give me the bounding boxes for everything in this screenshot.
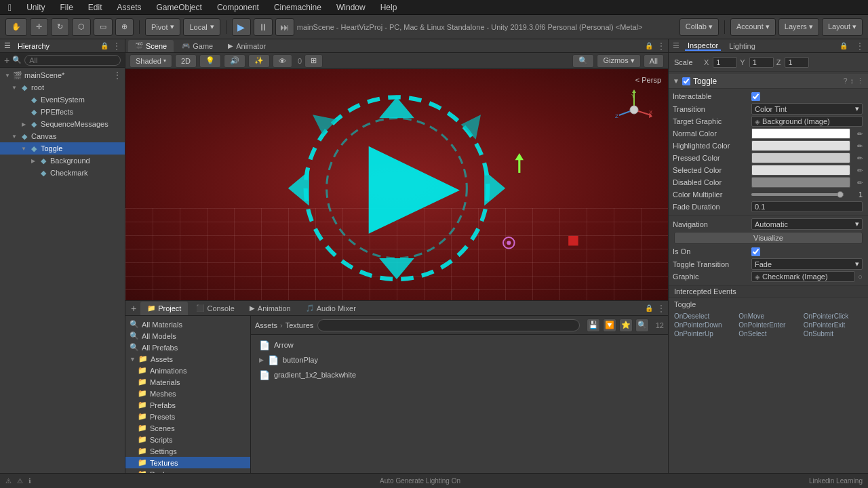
is-on-checkbox[interactable]: [751, 247, 760, 256]
layout-button[interactable]: Layout ▾: [822, 18, 863, 36]
scene-more-icon[interactable]: ⋮: [657, 41, 665, 51]
event-onsubmit[interactable]: OnSubmit: [804, 330, 863, 338]
hierarchy-tab[interactable]: Hierarchy: [15, 42, 52, 50]
event-ondeselect[interactable]: OnDeselect: [674, 312, 733, 320]
menu-assets[interactable]: Assets: [115, 3, 144, 12]
menu-gameobject[interactable]: GameObject: [154, 3, 205, 12]
bottom-tab-console[interactable]: ⬛ Console: [189, 302, 241, 315]
navigation-dropdown[interactable]: Automatic ▾: [751, 218, 863, 230]
breadcrumb-assets[interactable]: Assets: [255, 321, 277, 329]
all-prefabs-item[interactable]: 🔍 All Prefabs: [125, 342, 250, 353]
hand-tool-button[interactable]: ✋: [5, 18, 27, 36]
effects-button[interactable]: ✨: [248, 54, 270, 68]
project-search-input[interactable]: [317, 319, 579, 331]
toggle-component-checkbox[interactable]: [682, 77, 690, 85]
file-item-buttonplay[interactable]: ▶ 📄 buttonPlay: [256, 352, 663, 367]
pressed-color-swatch[interactable]: [751, 152, 850, 163]
pivot-button[interactable]: Pivot ▾: [145, 18, 180, 36]
component-help-icon[interactable]: ?: [843, 77, 847, 85]
prefabs-item[interactable]: 📁 Prefabs: [125, 399, 250, 411]
selected-color-swatch[interactable]: [751, 165, 850, 176]
event-onpointerup[interactable]: OnPointerUp: [674, 330, 733, 338]
menu-component[interactable]: Component: [214, 3, 262, 12]
textures-item[interactable]: 📁 Textures: [125, 457, 250, 468]
play-button[interactable]: ▶: [232, 18, 251, 36]
hierarchy-item-mainscene[interactable]: ▼ 🎬 mainScene* ⋮: [0, 69, 125, 81]
local-button[interactable]: Local ▾: [183, 18, 220, 36]
filter-button[interactable]: 🔽: [603, 319, 616, 332]
hierarchy-more-icon[interactable]: ⋮: [113, 41, 121, 51]
audio-button[interactable]: 🔊: [224, 54, 245, 68]
disabled-color-swatch[interactable]: [751, 177, 850, 188]
presets-item[interactable]: 📁 Presets: [125, 411, 250, 422]
move-tool-button[interactable]: ✛: [30, 18, 48, 36]
scale-x-input[interactable]: [713, 57, 737, 68]
fade-duration-field[interactable]: 0.1: [751, 201, 863, 212]
menu-unity[interactable]: Unity: [24, 3, 47, 12]
toggle-component-header[interactable]: ▼ Toggle ? ↕ ⋮: [669, 74, 868, 89]
lighting-button[interactable]: 💡: [199, 54, 221, 68]
component-more-icon[interactable]: ⋮: [856, 77, 864, 85]
pause-button[interactable]: ⏸: [254, 18, 273, 36]
scene-lock-icon[interactable]: 🔒: [645, 42, 653, 49]
menu-help[interactable]: Help: [378, 3, 400, 12]
scenes-item[interactable]: 📁 Scenes: [125, 422, 250, 434]
rect-tool-button[interactable]: ▭: [94, 18, 113, 36]
file-item-arrow[interactable]: 📄 Arrow: [256, 338, 663, 352]
all-models-item[interactable]: 🔍 All Models: [125, 330, 250, 342]
gizmos-dropdown[interactable]: Gizmos ▾: [597, 54, 640, 68]
collab-button[interactable]: Collab ▾: [679, 18, 719, 36]
hierarchy-item-root[interactable]: ▼ ◆ root: [0, 81, 125, 94]
event-onpointerexit[interactable]: OnPointerExit: [804, 321, 863, 329]
scale-tool-button[interactable]: ⬡: [72, 18, 91, 36]
hide-button[interactable]: 👁: [273, 54, 292, 68]
scale-z-input[interactable]: [785, 57, 809, 68]
hierarchy-item-canvas[interactable]: ▼ ◆ Canvas: [0, 130, 125, 142]
all-tool-button[interactable]: ⊕: [115, 18, 134, 36]
scale-y-input[interactable]: [749, 57, 774, 68]
inspector-tab-lighting[interactable]: Lighting: [726, 42, 758, 50]
toggle-transition-dropdown[interactable]: Fade ▾: [751, 258, 863, 270]
bottom-tab-animation[interactable]: ▶ Animation: [243, 302, 298, 315]
step-button[interactable]: ⏭: [275, 18, 294, 36]
menu-edit[interactable]: Edit: [85, 3, 105, 12]
grid-button[interactable]: ⊞: [304, 54, 323, 68]
menu-file[interactable]: File: [57, 3, 75, 12]
graphic-select-icon[interactable]: ○: [858, 272, 863, 281]
hierarchy-item-background[interactable]: ▶ ◆ Background: [0, 155, 125, 167]
materials-item[interactable]: 📁 Materials: [125, 376, 250, 388]
assets-item[interactable]: ▼ 📁 Assets: [125, 353, 250, 365]
graphic-ref[interactable]: ◈ Checkmark (Image): [751, 271, 855, 282]
highlighted-color-edit-icon[interactable]: ✏: [853, 142, 863, 150]
disabled-color-edit-icon[interactable]: ✏: [853, 179, 863, 186]
account-button[interactable]: Account ▾: [730, 18, 776, 36]
event-onpointerdown[interactable]: OnPointerDown: [674, 321, 733, 329]
packages-item[interactable]: 📁 Packages: [125, 468, 250, 473]
bottom-add-btn[interactable]: +: [128, 303, 139, 314]
rotate-tool-button[interactable]: ↻: [51, 18, 69, 36]
menu-cinemachine[interactable]: Cinemachine: [271, 3, 324, 12]
scene-viewport[interactable]: < Persp Y X: [125, 69, 668, 300]
normal-color-swatch[interactable]: [751, 128, 850, 139]
bottom-more-icon[interactable]: ⋮: [657, 304, 665, 313]
component-presets-icon[interactable]: ↕: [850, 77, 854, 85]
event-onpointerenter[interactable]: OnPointerEnter: [738, 321, 797, 329]
visualize-button[interactable]: Visualize: [674, 232, 863, 244]
hierarchy-item-checkmark[interactable]: ▶ ◆ Checkmark: [0, 167, 125, 179]
bottom-tab-audiomixer[interactable]: 🎵 Audio Mixer: [299, 302, 363, 315]
inspector-more-icon[interactable]: ⋮: [856, 41, 864, 51]
bottom-lock-icon[interactable]: 🔒: [645, 304, 653, 312]
shaded-dropdown[interactable]: Shaded ▾: [130, 54, 172, 68]
zoom-button[interactable]: 🔍: [635, 319, 649, 332]
file-item-gradient[interactable]: 📄 gradient_1x2_blackwhite: [256, 367, 663, 382]
hierarchy-item-ppeffects[interactable]: ▶ ◆ PPEffects: [0, 106, 125, 118]
meshes-item[interactable]: 📁 Meshes: [125, 388, 250, 399]
hierarchy-item-seqmsg[interactable]: ▶ ◆ SequenceMessages: [0, 118, 125, 130]
layers-button[interactable]: Layers ▾: [778, 18, 819, 36]
inspector-lock-icon[interactable]: 🔒: [840, 42, 848, 49]
save-search-button[interactable]: 💾: [587, 319, 600, 332]
hierarchy-item-eventsystem[interactable]: ▶ ◆ EventSystem: [0, 94, 125, 106]
normal-color-edit-icon[interactable]: ✏: [853, 130, 863, 138]
apple-menu[interactable]: : [5, 2, 14, 13]
animations-item[interactable]: 📁 Animations: [125, 365, 250, 376]
